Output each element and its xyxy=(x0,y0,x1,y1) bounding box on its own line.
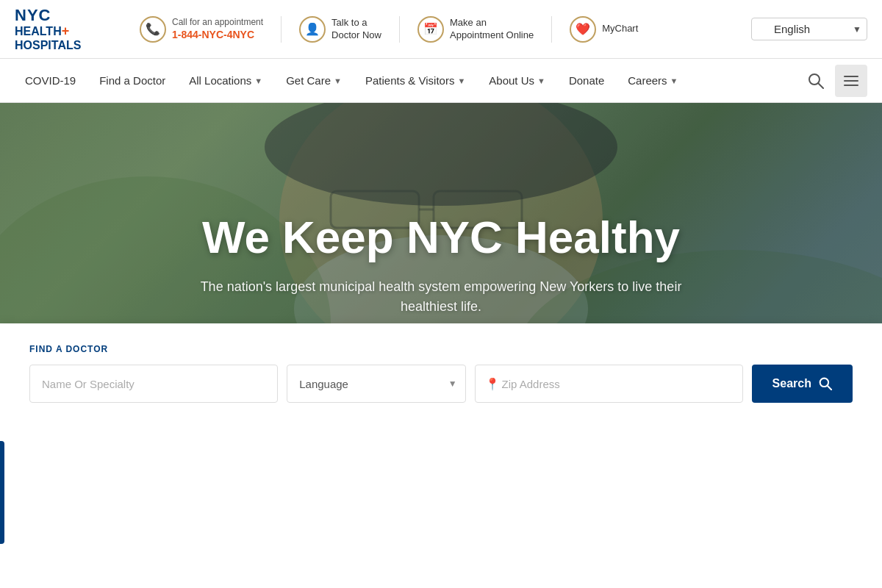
logo[interactable]: NYC HEALTH+ HOSPITALS xyxy=(15,7,118,52)
nav-label-careers: Careers xyxy=(628,74,667,87)
hero-title: We Keep NYC Healthy xyxy=(184,212,698,262)
nav-label-find-doctor: Find a Doctor xyxy=(99,74,165,87)
call-label: Call for an appointment xyxy=(172,17,263,29)
hamburger-menu-button[interactable] xyxy=(835,65,867,97)
search-button[interactable]: Search xyxy=(752,365,853,403)
make-line1: Make an xyxy=(450,17,534,29)
chevron-all-locations: ▼ xyxy=(254,76,262,85)
call-phone: 1-844-NYC-4NYC xyxy=(172,28,263,41)
nav-item-about-us[interactable]: About Us ▼ xyxy=(478,59,556,103)
nav-label-get-care: Get Care xyxy=(286,74,331,87)
calendar-icon: 📅 xyxy=(417,16,444,43)
phone-icon: 📞 xyxy=(140,16,166,43)
nav-label-patients-visitors: Patients & Visitors xyxy=(365,74,454,87)
chevron-patients-visitors: ▼ xyxy=(457,76,465,85)
hamburger-line-3 xyxy=(844,85,858,86)
name-specialty-input[interactable] xyxy=(29,365,278,403)
make-line2: Appointment Online xyxy=(450,29,534,42)
nav-label-about-us: About Us xyxy=(489,74,534,87)
language-selector-wrap[interactable]: 🌐 English Español 中文 Русский বাংলা 한국어 P… xyxy=(751,18,867,40)
logo-nyc: NYC xyxy=(15,6,51,24)
divider-2 xyxy=(399,16,400,43)
logo-hospitals: HOSPITALS xyxy=(15,39,81,51)
make-appointment-link[interactable]: 📅 Make an Appointment Online xyxy=(417,16,534,43)
talk-doctor-text: Talk to a Doctor Now xyxy=(331,17,381,42)
zip-address-input[interactable] xyxy=(475,365,743,403)
hamburger-line-1 xyxy=(844,76,858,77)
zip-input-wrap: 📍 xyxy=(475,365,743,403)
nav-item-get-care[interactable]: Get Care ▼ xyxy=(276,59,352,103)
nav-item-find-doctor[interactable]: Find a Doctor xyxy=(89,59,176,103)
nav-label-donate: Donate xyxy=(569,74,604,87)
chart-icon: ❤️ xyxy=(570,16,596,43)
talk-line1: Talk to a xyxy=(331,17,381,29)
chevron-careers: ▼ xyxy=(670,76,678,85)
divider-1 xyxy=(281,16,282,43)
call-appointment-link[interactable]: 📞 Call for an appointment 1-844-NYC-4NYC xyxy=(140,16,263,43)
mychart-label: MyChart xyxy=(602,23,638,35)
nav-label-all-locations: All Locations xyxy=(189,74,251,87)
nav-item-all-locations[interactable]: All Locations ▼ xyxy=(179,59,273,103)
search-button-icon xyxy=(819,377,832,390)
chevron-about-us: ▼ xyxy=(537,76,545,85)
language-filter-wrap: Language English Español 中文 Русский বাংল… xyxy=(287,365,465,403)
search-icon-button[interactable] xyxy=(800,65,832,97)
top-bar: NYC HEALTH+ HOSPITALS 📞 Call for an appo… xyxy=(0,0,882,59)
nav-label-covid19: COVID-19 xyxy=(25,74,76,87)
mychart-link[interactable]: ❤️ MyChart xyxy=(570,16,638,43)
top-actions: 📞 Call for an appointment 1-844-NYC-4NYC… xyxy=(140,16,751,43)
location-pin-icon: 📍 xyxy=(485,377,500,391)
hamburger-line-2 xyxy=(844,80,858,82)
svg-line-11 xyxy=(827,385,831,390)
language-filter-select[interactable]: Language English Español 中文 Русский বাংল… xyxy=(287,365,465,403)
talk-line2: Doctor Now xyxy=(331,29,381,42)
find-doctor-form: Language English Español 中文 Русский বাংল… xyxy=(29,365,853,403)
hero-subtitle: The nation's largest municipal health sy… xyxy=(184,277,698,317)
svg-line-1 xyxy=(818,83,823,88)
find-doctor-label: FIND A DOCTOR xyxy=(29,344,853,354)
nav-item-covid19[interactable]: COVID-19 xyxy=(15,59,86,103)
hero-section: We Keep NYC Healthy The nation's largest… xyxy=(0,103,882,426)
search-icon xyxy=(808,73,824,89)
search-button-label: Search xyxy=(772,377,811,390)
call-text: Call for an appointment 1-844-NYC-4NYC xyxy=(172,17,263,42)
find-doctor-panel: FIND A DOCTOR Language English Español 中… xyxy=(0,323,882,426)
nav-item-patients-visitors[interactable]: Patients & Visitors ▼ xyxy=(355,59,476,103)
divider-3 xyxy=(551,16,552,43)
chevron-get-care: ▼ xyxy=(334,76,342,85)
left-accent-bar xyxy=(0,441,4,544)
doctor-icon: 👤 xyxy=(299,16,326,43)
language-select[interactable]: English Español 中文 Русский বাংলা 한국어 Pol… xyxy=(751,18,867,40)
logo-plus: + xyxy=(62,24,70,38)
talk-doctor-link[interactable]: 👤 Talk to a Doctor Now xyxy=(299,16,381,43)
logo-health: HEALTH xyxy=(15,25,62,37)
main-nav: COVID-19 Find a Doctor All Locations ▼ G… xyxy=(0,59,882,103)
nav-item-donate[interactable]: Donate xyxy=(559,59,614,103)
hero-content: We Keep NYC Healthy The nation's largest… xyxy=(184,212,698,317)
mychart-text: MyChart xyxy=(602,23,638,35)
make-appointment-text: Make an Appointment Online xyxy=(450,17,534,42)
nav-item-careers[interactable]: Careers ▼ xyxy=(617,59,688,103)
